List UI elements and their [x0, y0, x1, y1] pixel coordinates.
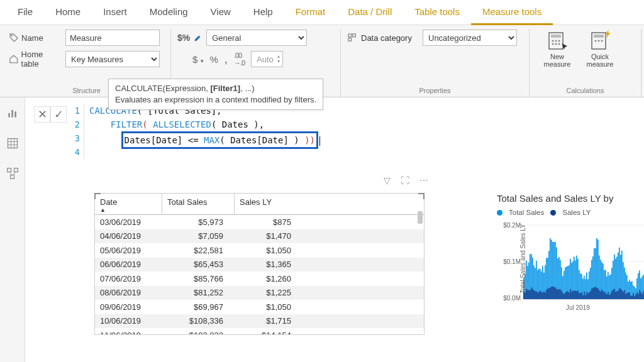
tab-view[interactable]: View: [199, 0, 242, 25]
svg-rect-178: [620, 289, 621, 299]
tab-modeling[interactable]: Modeling: [138, 0, 199, 25]
svg-rect-154: [605, 293, 606, 299]
svg-rect-84: [561, 291, 562, 299]
svg-rect-208: [639, 290, 640, 299]
svg-rect-162: [610, 293, 611, 299]
home-table-select[interactable]: Key Measures: [65, 51, 160, 67]
svg-rect-136: [594, 287, 595, 299]
measure-name-input[interactable]: [65, 30, 160, 46]
table-row[interactable]: 07/06/2019$85,766$1,260: [95, 272, 424, 286]
tab-format[interactable]: Format: [284, 0, 337, 25]
svg-rect-98: [570, 289, 571, 299]
table-row[interactable]: 05/06/2019$22,581$1,050: [95, 243, 424, 258]
table-row[interactable]: 03/06/2019$5,973$875: [95, 215, 424, 229]
svg-rect-142: [597, 288, 599, 299]
ribbon: Name Home table Key Measures Structure $…: [0, 25, 644, 97]
tab-measure-tools[interactable]: Measure tools: [471, 0, 553, 25]
percent-button[interactable]: %: [210, 54, 218, 65]
legend-dot-1: [497, 210, 502, 216]
svg-rect-118: [582, 295, 584, 299]
svg-rect-166: [613, 290, 614, 299]
svg-rect-186: [625, 294, 626, 299]
line-gutter: 1234: [72, 104, 84, 159]
col-header-total-sales[interactable]: Total Sales: [162, 194, 235, 214]
svg-text:Jul 2019: Jul 2019: [566, 304, 590, 311]
svg-rect-62: [547, 288, 548, 299]
svg-rect-168: [614, 288, 615, 299]
svg-rect-94: [567, 292, 569, 299]
filter-icon[interactable]: ▽: [384, 175, 391, 185]
table-visual[interactable]: Date▲ Total Sales Sales LY 03/06/2019$5,…: [94, 193, 425, 335]
svg-rect-257: [8, 139, 17, 148]
svg-rect-158: [608, 292, 609, 299]
model-view-icon[interactable]: [6, 167, 19, 180]
svg-rect-110: [577, 291, 579, 299]
svg-rect-138: [595, 287, 596, 299]
formula-commit-button[interactable]: ✓: [50, 106, 67, 123]
svg-rect-50: [540, 291, 541, 299]
col-header-date[interactable]: Date▲: [95, 194, 162, 214]
new-measure-button[interactable]: New measure: [540, 31, 575, 85]
tab-data-drill[interactable]: Data / Drill: [336, 0, 403, 25]
col-header-sales-ly[interactable]: Sales LY: [235, 194, 310, 214]
svg-rect-100: [571, 292, 572, 299]
tab-table-tools[interactable]: Table tools: [403, 0, 471, 25]
svg-rect-202: [635, 295, 636, 299]
formula-editor[interactable]: 1234 CALCULATE( [Total Sales], FILTER( A…: [72, 104, 320, 159]
comma-button[interactable]: ,: [225, 53, 228, 66]
tab-home[interactable]: Home: [44, 0, 92, 25]
currency-button[interactable]: $ ▾: [192, 54, 204, 65]
svg-point-8: [558, 40, 560, 42]
svg-rect-68: [551, 287, 552, 299]
report-view-icon[interactable]: [6, 106, 19, 120]
svg-text:$0.1M: $0.1M: [503, 258, 521, 265]
table-header: Date▲ Total Sales Sales LY: [95, 194, 424, 215]
svg-rect-134: [592, 288, 594, 299]
svg-rect-34: [530, 290, 531, 299]
data-view-icon[interactable]: [6, 136, 19, 150]
quick-measure-button[interactable]: Quick measure: [582, 31, 618, 85]
tab-help[interactable]: Help: [242, 0, 284, 25]
svg-rect-92: [566, 292, 567, 299]
svg-rect-104: [574, 291, 575, 299]
svg-rect-140: [596, 288, 597, 299]
svg-rect-130: [590, 291, 591, 299]
svg-point-0: [11, 35, 13, 36]
svg-rect-262: [7, 168, 11, 172]
svg-point-6: [552, 40, 554, 42]
decimals-button[interactable]: .00→.0: [234, 52, 245, 67]
chart-title: Total Sales and Sales LY by: [497, 193, 644, 204]
tag-icon: [9, 33, 19, 43]
table-row[interactable]: 10/06/2019$108,336$1,715: [95, 314, 424, 329]
svg-rect-90: [565, 292, 566, 299]
formula-cancel-button[interactable]: ✕: [34, 106, 50, 123]
data-category-select[interactable]: Uncategorized: [423, 30, 517, 46]
table-row[interactable]: 11/06/2019$103,822$14,154: [95, 328, 424, 334]
workspace: ✕ ✓ 1234 CALCULATE( [Total Sales], FILTE…: [25, 97, 644, 362]
home-icon: [9, 54, 19, 64]
svg-rect-196: [631, 295, 633, 299]
svg-rect-30: [527, 290, 528, 299]
chart-legend: Total Sales Sales LY: [497, 209, 644, 216]
chart-visual[interactable]: Total Sales and Sales LY by Total Sales …: [497, 193, 644, 315]
table-row[interactable]: 08/06/2019$81,252$1,225: [95, 286, 424, 300]
svg-rect-164: [611, 291, 613, 299]
legend-dot-2: [550, 210, 556, 216]
tab-insert[interactable]: Insert: [92, 0, 138, 25]
more-options-icon[interactable]: ⋯: [419, 175, 428, 185]
decimals-input[interactable]: Auto ▴▾: [251, 51, 283, 67]
svg-rect-255: [11, 110, 13, 118]
focus-mode-icon[interactable]: ⛶: [401, 175, 409, 185]
svg-rect-58: [545, 293, 546, 299]
svg-rect-150: [602, 292, 604, 299]
tab-file[interactable]: File: [6, 0, 44, 25]
table-row[interactable]: 06/06/2019$65,453$1,365: [95, 258, 424, 272]
table-row[interactable]: 04/06/2019$7,059$1,470: [95, 229, 424, 244]
svg-rect-198: [633, 293, 634, 299]
scrollbar[interactable]: [418, 211, 423, 224]
data-category-label: Data category: [361, 33, 419, 43]
table-row[interactable]: 09/06/2019$69,967$1,050: [95, 300, 424, 314]
format-select[interactable]: General: [206, 30, 307, 46]
svg-line-266: [13, 172, 15, 175]
calculator-icon: [548, 31, 567, 50]
